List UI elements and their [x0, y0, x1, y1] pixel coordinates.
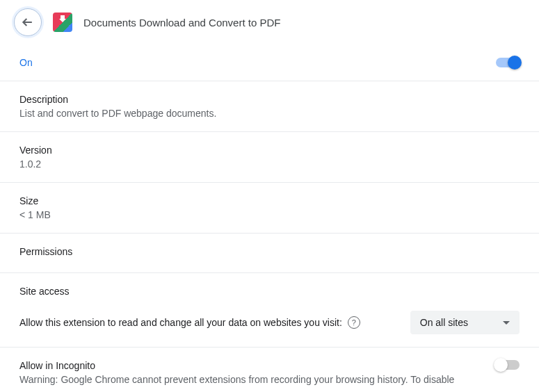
version-value: 1.0.2 [19, 158, 520, 170]
status-label: On [19, 57, 33, 68]
back-button[interactable] [14, 8, 42, 36]
incognito-toggle[interactable] [496, 360, 520, 370]
site-access-description: Allow this extension to read and change … [19, 317, 342, 328]
size-value: < 1 MB [19, 209, 520, 220]
site-access-dropdown[interactable]: On all sites [410, 311, 520, 334]
version-title: Version [19, 145, 520, 156]
extension-icon [53, 13, 72, 32]
description-title: Description [19, 94, 520, 105]
help-icon[interactable]: ? [348, 316, 360, 329]
site-access-selected: On all sites [420, 317, 468, 328]
permissions-title: Permissions [19, 246, 520, 257]
status-toggle[interactable] [496, 58, 520, 67]
site-access-title: Site access [19, 286, 520, 297]
size-title: Size [19, 195, 520, 206]
chevron-down-icon [503, 321, 510, 325]
description-value: List and convert to PDF webpage document… [19, 108, 520, 119]
incognito-title: Allow in Incognito [19, 360, 479, 371]
incognito-warning: Warning: Google Chrome cannot prevent ex… [19, 374, 479, 385]
extension-title: Documents Download and Convert to PDF [83, 17, 280, 28]
arrow-left-icon [21, 15, 35, 29]
